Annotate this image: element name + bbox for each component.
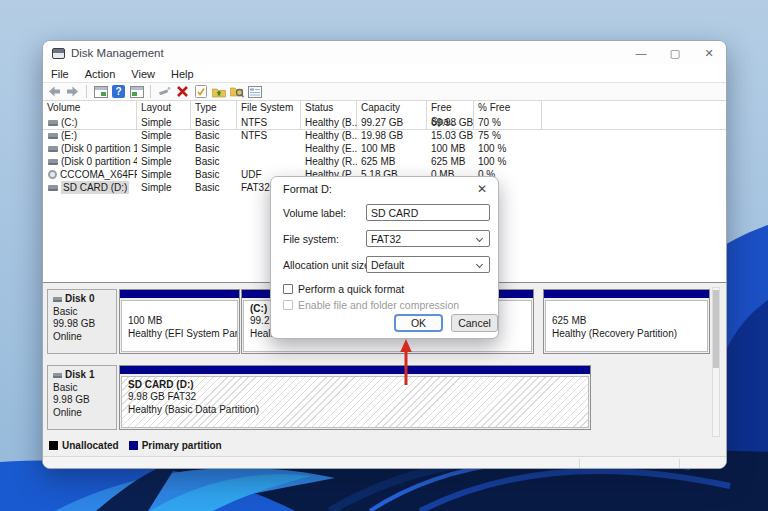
chevron-down-icon xyxy=(476,235,483,242)
compression-checkbox: Enable file and folder compression xyxy=(283,299,459,311)
scrollbar-thumb[interactable] xyxy=(713,290,719,368)
toolbar-separator xyxy=(86,85,87,98)
partition-sd-card[interactable]: SD CARD (D:) 9.98 GB FAT32 Healthy (Basi… xyxy=(119,365,591,430)
allocation-unit-label: Allocation unit size: xyxy=(283,259,373,271)
menu-file[interactable]: File xyxy=(43,68,77,80)
volume-label-label: Volume label: xyxy=(283,207,346,219)
close-button[interactable]: ✕ xyxy=(692,41,726,65)
svg-text:?: ? xyxy=(115,86,121,97)
vertical-scrollbar[interactable] xyxy=(712,287,720,437)
file-system-label: File system: xyxy=(283,233,339,245)
format-dialog: Format D: ✕ Volume label: File system: F… xyxy=(270,176,499,339)
delete-volume-icon[interactable] xyxy=(175,85,190,99)
cd-icon xyxy=(48,170,57,179)
volume-table-header: Volume Layout Type File System Status Ca… xyxy=(43,101,726,116)
menu-bar: File Action View Help xyxy=(43,65,726,82)
dialog-close-icon[interactable]: ✕ xyxy=(477,182,487,196)
partition-efi-system[interactable]: 100 MB Healthy (EFI System Partition xyxy=(119,289,240,354)
folder-up-icon[interactable] xyxy=(211,85,226,99)
quick-format-checkbox[interactable]: Perform a quick format xyxy=(283,283,404,295)
help-icon[interactable]: ? xyxy=(111,85,126,99)
console-window-icon[interactable] xyxy=(129,85,144,99)
minimize-button[interactable]: — xyxy=(624,41,658,65)
disk1-label[interactable]: Disk 1 Basic 9.98 GB Online xyxy=(47,365,117,430)
legend: Unallocated Primary partition xyxy=(49,440,222,451)
partition-color-bar xyxy=(120,290,239,298)
console-tree-icon[interactable] xyxy=(93,85,108,99)
table-row[interactable]: (Disk 0 partition 1) SimpleBasic Healthy… xyxy=(43,142,726,155)
window-title: Disk Management xyxy=(71,47,624,59)
folder-search-icon[interactable] xyxy=(229,85,244,99)
menu-action[interactable]: Action xyxy=(77,68,124,80)
drive-icon xyxy=(48,120,58,126)
wand-icon[interactable] xyxy=(157,85,172,99)
legend-label: Unallocated xyxy=(62,440,119,451)
primary-partition-swatch xyxy=(129,441,138,450)
partition-recovery[interactable]: 625 MB Healthy (Recovery Partition) xyxy=(543,289,710,354)
toolbar-separator xyxy=(150,85,151,98)
table-row[interactable]: (E:) SimpleBasic NTFSHealthy (B... 19.98… xyxy=(43,129,726,142)
drive-icon xyxy=(48,185,58,191)
unallocated-swatch xyxy=(49,441,58,450)
disk1-row: Disk 1 Basic 9.98 GB Online SD CARD (D:)… xyxy=(43,365,726,430)
maximize-button[interactable]: ▢ xyxy=(658,41,692,65)
table-row[interactable]: (C:) SimpleBasic NTFSHealthy (B... 99.27… xyxy=(43,116,726,129)
partition-color-bar xyxy=(544,290,709,298)
menu-view[interactable]: View xyxy=(123,68,163,80)
partition-color-bar xyxy=(120,366,590,374)
disk-icon xyxy=(53,297,62,302)
back-icon[interactable] xyxy=(47,85,62,99)
drive-icon xyxy=(48,133,58,139)
disk0-label[interactable]: Disk 0 Basic 99.98 GB Online xyxy=(47,289,117,354)
menu-help[interactable]: Help xyxy=(163,68,202,80)
status-bar xyxy=(43,456,726,469)
drive-icon xyxy=(48,146,58,152)
drive-icon xyxy=(48,159,58,165)
volume-label-input[interactable] xyxy=(366,204,490,221)
forward-icon[interactable] xyxy=(65,85,80,99)
check-document-icon[interactable] xyxy=(193,85,208,99)
app-icon xyxy=(52,48,65,59)
dialog-title: Format D: xyxy=(283,183,332,195)
allocation-unit-select[interactable]: Default xyxy=(366,256,490,273)
table-row[interactable]: (Disk 0 partition 4) SimpleBasic Healthy… xyxy=(43,155,726,168)
titlebar[interactable]: Disk Management — ▢ ✕ xyxy=(43,41,726,65)
properties-icon[interactable] xyxy=(247,85,262,99)
toolbar: ? xyxy=(43,82,726,101)
ok-button[interactable]: OK xyxy=(394,314,443,332)
legend-label: Primary partition xyxy=(142,440,222,451)
checkbox-icon xyxy=(283,300,293,310)
file-system-select[interactable]: FAT32 xyxy=(366,230,490,247)
disk-icon xyxy=(53,373,62,378)
chevron-down-icon xyxy=(476,261,483,268)
annotation-arrow xyxy=(399,338,413,388)
checkbox-icon[interactable] xyxy=(283,284,293,294)
cancel-button[interactable]: Cancel xyxy=(451,314,498,332)
